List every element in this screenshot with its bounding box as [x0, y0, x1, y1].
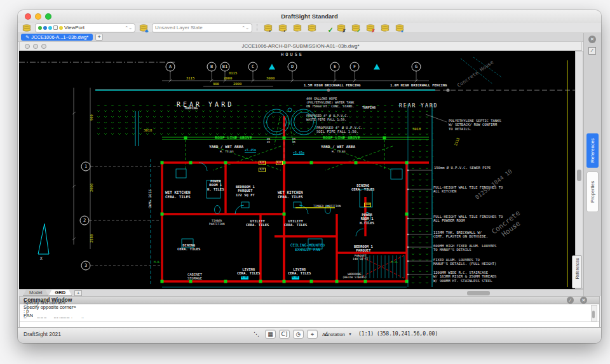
- drawing-label: WARDROBE (BELOW STAIRS): [342, 273, 367, 280]
- drawing-label: LIVING CERA. TILES: [237, 267, 260, 276]
- grid-triangle-marker: [269, 64, 275, 70]
- layer-state-save-icon[interactable]: ✓: [350, 24, 362, 32]
- snap-icon[interactable]: ⋱: [251, 330, 262, 339]
- layer-freeze-icon[interactable]: ▫: [306, 24, 318, 32]
- drawing-label: TIMBER PARTITION: [209, 219, 224, 226]
- status-bar: DraftSight 2021 ⋱▦C]◷⌖∠ Annotation ▼ (1:…: [18, 327, 601, 343]
- drawing-label: +5.45m: [245, 149, 256, 152]
- layer-state-delete-icon[interactable]: ✗: [365, 24, 376, 32]
- drawing-label: A/C: [259, 161, 266, 165]
- command-scrollbar[interactable]: [591, 305, 597, 321]
- drawing-label: ROOF LINE ABOVE: [215, 136, 252, 141]
- new-document-tab-button[interactable]: +: [95, 34, 103, 41]
- layer-on-icon[interactable]: ▫: [292, 24, 303, 32]
- chevron-down-icon: ▼: [348, 332, 352, 336]
- drawing-label: POLYETHYLENE SEPTIC TANKS W/ SETBACK/ RO…: [449, 119, 501, 131]
- mdi-minimize-button[interactable]: [33, 44, 38, 49]
- svg-text:▫: ▫: [313, 28, 315, 32]
- drawing-labels: HOUSE1.5M HIGH BRICKWALL FENCING1.8M HIG…: [19, 51, 575, 289]
- grid-bubble: E: [330, 62, 340, 72]
- titlebar: DraftSight Standard: [18, 10, 601, 24]
- entity-snap-icon[interactable]: ⌖: [307, 330, 318, 339]
- svg-text:▫: ▫: [299, 28, 300, 32]
- edit-pencil-icon: ✎: [25, 34, 29, 40]
- drawing-label: M.H.: [154, 260, 161, 264]
- add-sheet-button[interactable]: +: [74, 290, 82, 296]
- apply-layer-state-icon[interactable]: ✓: [321, 24, 332, 32]
- drawing-label: 5.45: [241, 276, 248, 280]
- drawing-label: A/C: [259, 168, 266, 172]
- drawing-label: TIMBER PARTITION: [313, 205, 341, 208]
- drawing-canvas[interactable]: HOUSE1.5M HIGH BRICKWALL FENCING1.8M HIG…: [19, 51, 575, 289]
- svg-text:▫: ▫: [386, 28, 388, 32]
- grid-icon[interactable]: ▦: [265, 330, 276, 339]
- command-line: PAN: [24, 314, 586, 318]
- layer-state-settings-icon[interactable]: ●: [394, 24, 405, 32]
- drawing-label: UTILITY CERA. TILES: [284, 219, 307, 227]
- grid-bubble: 3: [81, 261, 91, 271]
- layers-toolbar: ViewPort ⌃⌄ ◆ Unsaved Layer State ⌃⌄ ▪ ▪: [18, 23, 601, 33]
- scrollbar-thumb[interactable]: [577, 170, 581, 181]
- drawing-label: FIXED ALUM. LOUVRES TO MANUF'S DETAILS. …: [433, 258, 496, 266]
- document-tab-active[interactable]: ✎ JCCE1006-A...1~03b.dwg*: [21, 34, 93, 41]
- palette-pin-icon[interactable]: ⁄: [588, 47, 596, 55]
- drawing-label: DN 05: [267, 138, 270, 144]
- tab-properties[interactable]: Properties: [586, 172, 599, 212]
- command-window: Command Window ⁄ ✕ Specify first corner»…: [19, 296, 600, 327]
- minimize-window-button[interactable]: [35, 13, 41, 20]
- svg-text:✗: ✗: [342, 28, 346, 32]
- references-collapsed-tab[interactable]: References: [572, 255, 582, 288]
- annotation-scale-dropdown[interactable]: Annotation ▼: [322, 330, 354, 338]
- drawing-label: YARD / WET AREA: [321, 144, 355, 149]
- close-window-button[interactable]: [25, 13, 31, 20]
- drawing-label: 2000: [224, 76, 232, 80]
- drafting-toggles: ⋱▦C]◷⌖∠: [251, 330, 332, 339]
- document-tab-label: JCCE1006-A...1~03b.dwg*: [31, 34, 88, 40]
- drawing-label: 3018: [144, 128, 152, 132]
- drawing-label: TURFING: [184, 107, 198, 111]
- mdi-close-button[interactable]: [25, 44, 30, 49]
- window-title: DraftSight Standard: [18, 10, 601, 23]
- layer-state-combo[interactable]: Unsaved Layer State ⌃⌄: [152, 24, 252, 32]
- horizontal-scrollbar-thumb[interactable]: [467, 291, 490, 295]
- layer-isolate-icon[interactable]: ▪: [262, 24, 274, 32]
- grid-bubble: A: [166, 62, 175, 72]
- drawing-label: M.H.: [391, 260, 398, 264]
- tab-references[interactable]: References: [586, 133, 599, 168]
- drawing-label: 900: [90, 114, 93, 121]
- drawing-label: YARD / WET AREA: [209, 144, 243, 149]
- grid-bubble: C: [248, 62, 258, 72]
- zoom-window-button[interactable]: [45, 13, 51, 20]
- ortho-icon[interactable]: C]: [279, 330, 290, 339]
- drawing-vertical-scrollbar[interactable]: [575, 51, 583, 289]
- svg-text:✓: ✓: [357, 28, 361, 32]
- layer-manager-icon[interactable]: [21, 24, 32, 32]
- tab-grd[interactable]: GRD: [48, 290, 72, 296]
- chevron-down-icon: ⌃⌄: [238, 25, 249, 30]
- mdi-maximize-button[interactable]: [41, 44, 46, 49]
- drawing-label: FULL-HEIGHT WALL TILE FINISHES TO ALL PO…: [433, 215, 503, 223]
- drawing-label: DINING CERA. TILES: [177, 243, 200, 252]
- palette-close-icon[interactable]: ✕: [588, 36, 596, 43]
- layer-state-edit-icon[interactable]: ✗: [336, 24, 347, 32]
- sheet-tab-bar: Model GRD +: [19, 289, 583, 296]
- layer-off-icon[interactable]: ▪: [277, 24, 288, 32]
- drawing-label: 3115: [186, 76, 194, 80]
- drawing-label: 01259 1844 10: [474, 168, 513, 201]
- svg-text:●: ●: [401, 28, 403, 32]
- scrollbar-thumb[interactable]: [592, 311, 595, 318]
- viewport-layer-combo[interactable]: ViewPort ⌃⌄: [35, 24, 135, 32]
- polar-icon[interactable]: ◷: [293, 330, 304, 339]
- grid-bubble: 1: [81, 162, 91, 172]
- layer-state-restore-icon[interactable]: ▫: [379, 24, 391, 32]
- grid-bubble: G: [412, 62, 421, 72]
- grid-triangle-marker: [374, 64, 380, 70]
- tab-model[interactable]: Model: [23, 290, 48, 296]
- layer-preview-icon[interactable]: ◆: [138, 24, 149, 32]
- grid-bubble: D: [288, 62, 297, 72]
- drawing-label: 900: [213, 82, 219, 86]
- toggle-glyph: ⋱: [254, 331, 259, 337]
- drawing-label: X: [40, 256, 43, 260]
- drawing-label: 2588: [90, 234, 93, 243]
- drawing-label: WET KITCHEN CERA. TILES: [165, 190, 191, 199]
